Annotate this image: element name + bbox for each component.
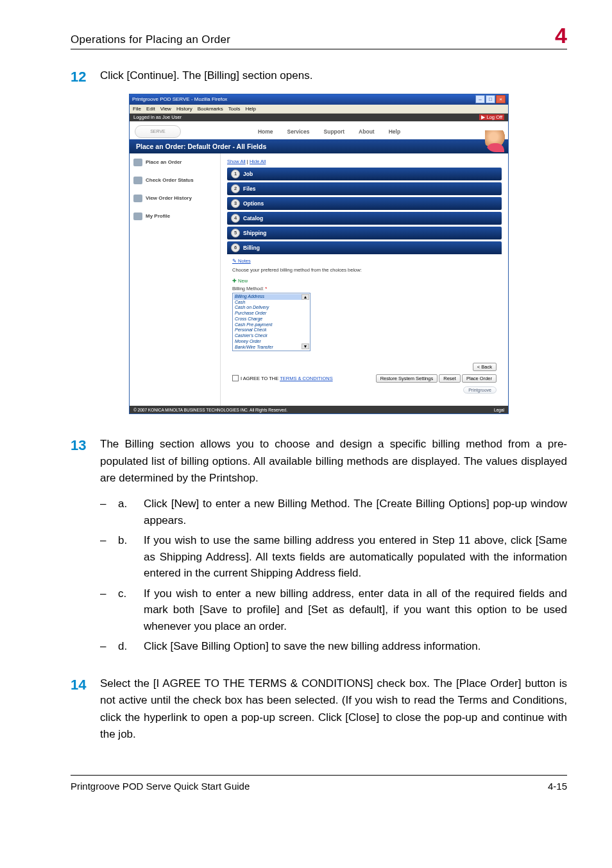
user-icon: [133, 213, 142, 220]
select-option[interactable]: Money Order: [234, 339, 309, 345]
chapter-number: 4: [555, 26, 567, 46]
topnav-item[interactable]: Help: [389, 128, 400, 135]
topnav-item[interactable]: Home: [258, 128, 273, 135]
new-billing-link[interactable]: ✚ New: [232, 278, 497, 284]
running-title: Operations for Placing an Order: [71, 33, 230, 46]
section-files[interactable]: 2Files: [227, 182, 502, 195]
menu-item[interactable]: Bookmarks: [198, 106, 223, 112]
billing-method-label: Billing Method: *: [232, 286, 497, 291]
select-option[interactable]: Cash Pre-payment: [234, 322, 309, 328]
section-job[interactable]: 1Job: [227, 168, 502, 180]
window-title: Printgroove POD SERVE - Mozilla Firefox: [132, 96, 227, 102]
minimize-icon[interactable]: –: [475, 95, 485, 103]
step-badge-icon: 4: [231, 214, 240, 223]
select-option[interactable]: Cross Charge: [234, 317, 309, 322]
step-number: 13: [71, 436, 100, 659]
section-catalog[interactable]: 4Catalog: [227, 212, 502, 225]
section-billing[interactable]: 6Billing: [227, 241, 502, 254]
select-option[interactable]: Cash: [234, 300, 309, 306]
sub-text: Click [Save Billing Option] to save the …: [144, 638, 567, 655]
footer-doc-title: Printgroove POD Serve Quick Start Guide: [71, 781, 250, 792]
sidebar-item-my-profile[interactable]: My Profile: [133, 213, 216, 220]
embedded-screenshot: Printgroove POD SERVE - Mozilla Firefox …: [129, 94, 509, 415]
brand-logo: SERVE: [135, 125, 181, 138]
select-option[interactable]: Cashier's Check: [234, 333, 309, 339]
step-text: The Billing section allows you to choose…: [100, 438, 567, 484]
hide-all-link[interactable]: Hide All: [250, 159, 266, 164]
logoff-button[interactable]: ▶ Log Off: [479, 114, 504, 120]
topnav-item[interactable]: About: [359, 128, 375, 135]
back-button[interactable]: < Back: [473, 363, 497, 371]
topnav-item[interactable]: Support: [324, 128, 345, 135]
sub-text: If you wish to use the same billing addr…: [144, 532, 567, 582]
billing-instruction: Choose your prefered billing method from…: [232, 267, 497, 273]
restore-settings-button[interactable]: Restore System Settings: [376, 374, 438, 383]
section-options[interactable]: 3Options: [227, 197, 502, 210]
sidebar-item-view-history[interactable]: View Order History: [133, 195, 216, 202]
page-title: Place an Order: Default Order - All Fiel…: [130, 139, 508, 153]
show-all-link[interactable]: Show All: [227, 159, 246, 164]
sub-text: If you wish to enter a new billing addre…: [144, 586, 567, 635]
window-titlebar: Printgroove POD SERVE - Mozilla Firefox …: [130, 94, 508, 105]
footer-page-number: 4-15: [548, 781, 567, 792]
topnav-item[interactable]: Services: [287, 128, 310, 135]
notes-link[interactable]: ✎ Notes: [232, 258, 251, 264]
menu-item[interactable]: Help: [245, 106, 255, 112]
step-badge-icon: 6: [231, 243, 240, 252]
select-option[interactable]: Billing Address: [234, 294, 309, 300]
step-number: 12: [71, 67, 100, 87]
sub-letter: b.: [118, 532, 144, 582]
truck-icon: [133, 177, 142, 184]
step-text: Select the [I AGREE TO THE TERMS & CONDI…: [100, 675, 567, 743]
select-option[interactable]: Bank/Wire Transfer: [234, 345, 309, 351]
menu-item[interactable]: Edit: [146, 106, 155, 112]
step-number: 14: [71, 675, 100, 743]
menu-item[interactable]: Tools: [228, 106, 241, 112]
menu-item[interactable]: History: [176, 106, 192, 112]
terms-link[interactable]: TERMS & CONDITIONS: [280, 376, 333, 381]
copyright-text: © 2007 KONICA MINOLTA BUSINESS TECHNOLOG…: [133, 408, 287, 412]
select-option[interactable]: Personal Check: [234, 327, 309, 333]
billing-method-select[interactable]: ▲ Billing Address Cash Cash on Delivery …: [232, 293, 310, 352]
step-badge-icon: 2: [231, 184, 240, 193]
step-text: Click [Continue]. The [Billing] section …: [100, 67, 567, 87]
sidebar-item-check-status[interactable]: Check Order Status: [133, 177, 216, 184]
scroll-down-icon[interactable]: ▼: [302, 343, 309, 349]
printgroove-logo: Printgroove: [463, 386, 497, 394]
browser-menubar: File Edit View History Bookmarks Tools H…: [130, 105, 508, 114]
avatar: [485, 130, 507, 152]
close-icon[interactable]: ×: [496, 95, 506, 103]
place-order-button[interactable]: Place Order: [462, 374, 497, 383]
menu-item[interactable]: File: [133, 106, 141, 112]
sidebar-item-place-order[interactable]: Place an Order: [133, 159, 216, 166]
legal-link[interactable]: Legal: [494, 408, 504, 412]
select-option[interactable]: Purchase Order: [234, 311, 309, 317]
agree-label: I AGREE TO THE TERMS & CONDITIONS: [241, 376, 333, 381]
step-badge-icon: 5: [231, 229, 240, 238]
history-icon: [133, 195, 142, 202]
select-option[interactable]: Cash on Delivery: [234, 305, 309, 311]
step-badge-icon: 1: [231, 169, 240, 178]
scroll-up-icon[interactable]: ▲: [302, 294, 309, 300]
logged-in-label: Logged in as Joe User: [133, 114, 182, 120]
sub-letter: d.: [118, 638, 144, 655]
sub-text: Click [New] to enter a new Billing Metho…: [144, 496, 567, 528]
section-shipping[interactable]: 5Shipping: [227, 227, 502, 239]
sub-letter: a.: [118, 496, 144, 528]
agree-checkbox[interactable]: [232, 375, 239, 381]
step-badge-icon: 3: [231, 199, 240, 208]
menu-item[interactable]: View: [160, 106, 171, 112]
sub-letter: c.: [118, 586, 144, 635]
reset-button[interactable]: Reset: [439, 374, 461, 383]
cart-icon: [133, 159, 142, 166]
maximize-icon[interactable]: □: [486, 95, 495, 103]
